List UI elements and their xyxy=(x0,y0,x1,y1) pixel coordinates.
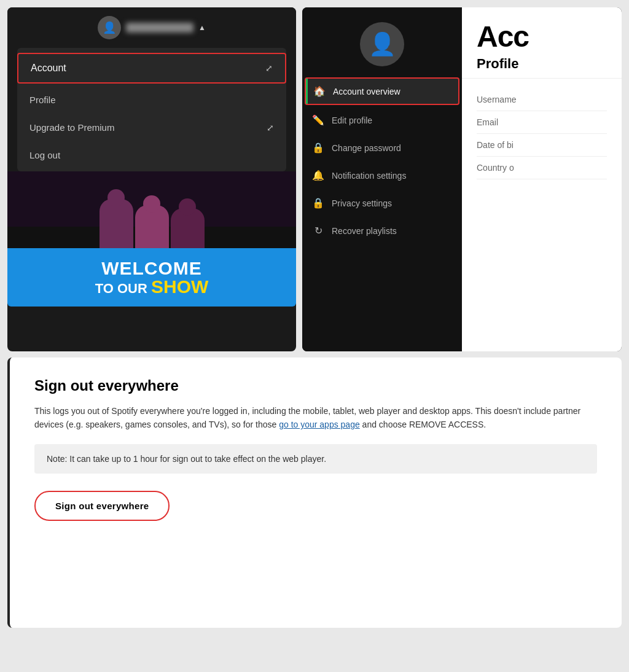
edit-icon: ✏️ xyxy=(312,114,324,126)
user-icon: 👤 xyxy=(103,21,116,34)
profile-label: Profile xyxy=(29,95,56,105)
external-link-icon-2: ⤢ xyxy=(267,123,274,133)
logout-label: Log out xyxy=(29,150,60,160)
menu-item-upgrade[interactable]: Upgrade to Premium ⤢ xyxy=(17,114,286,141)
menu-item-logout[interactable]: Log out xyxy=(17,141,286,169)
page-subtitle: Profile xyxy=(477,56,607,72)
nav-account-overview-label: Account overview xyxy=(333,87,400,96)
page-title: Acc xyxy=(477,20,607,53)
nav-notification-settings[interactable]: 🔔 Notification settings xyxy=(302,162,462,189)
bell-icon: 🔔 xyxy=(312,170,324,181)
nav-recover-playlists[interactable]: ↻ Recover playlists xyxy=(302,217,462,244)
right-header: Acc Profile xyxy=(462,7,622,79)
home-icon: 🏠 xyxy=(313,85,326,97)
dropdown-menu: Account ⤢ Profile Upgrade to Premium ⤢ L… xyxy=(17,48,286,171)
nav-recover-playlists-label: Recover playlists xyxy=(332,226,397,236)
welcome-line1: WELCOME xyxy=(101,259,202,278)
user-bar: 👤 ▲ xyxy=(7,7,296,48)
right-panel: 👤 🏠 Account overview ✏️ Edit profile 🔒 C… xyxy=(302,7,622,351)
right-content: Acc Profile Username Email Date of bi Co… xyxy=(462,7,622,351)
caret-up-icon: ▲ xyxy=(198,23,206,32)
sign-out-description: This logs you out of Spotify everywhere … xyxy=(34,404,597,432)
bottom-panel: Sign out everywhere This logs you out of… xyxy=(7,357,622,628)
nav-notification-settings-label: Notification settings xyxy=(332,171,406,181)
left-panel: 👤 ▲ Account ⤢ Profile Upgrade to Premium… xyxy=(7,7,296,351)
apps-page-link[interactable]: go to your apps page xyxy=(279,420,360,429)
menu-item-account[interactable]: Account ⤢ xyxy=(17,53,286,84)
email-field: Email xyxy=(477,111,607,134)
nav-account-overview[interactable]: 🏠 Account overview xyxy=(305,77,459,105)
external-link-icon: ⤢ xyxy=(265,63,273,73)
to-our-text: TO OUR xyxy=(95,281,147,296)
dob-field: Date of bi xyxy=(477,134,607,157)
figure-2 xyxy=(135,205,169,251)
username-field: Username xyxy=(477,88,607,111)
profile-fields: Username Email Date of bi Country o xyxy=(462,79,622,189)
nav-edit-profile-label: Edit profile xyxy=(332,115,372,125)
user-name-blurred xyxy=(126,23,193,33)
account-label: Account xyxy=(31,63,66,74)
welcome-line2: TO OUR SHOW xyxy=(95,278,209,296)
nav-privacy-settings[interactable]: 🔒 Privacy settings xyxy=(302,189,462,217)
user-avatar: 👤 xyxy=(98,16,121,39)
note-box: Note: It can take up to 1 hour for sign … xyxy=(34,444,597,474)
banner-figures xyxy=(7,196,296,251)
menu-item-profile[interactable]: Profile xyxy=(17,86,286,114)
country-field: Country o xyxy=(477,157,607,179)
banner-image: WELCOME TO OUR SHOW 100. Rockie Rod... xyxy=(7,171,296,307)
sign-out-everywhere-button[interactable]: Sign out everywhere xyxy=(34,491,170,521)
upgrade-label: Upgrade to Premium xyxy=(29,122,114,133)
show-text: SHOW xyxy=(151,276,208,297)
active-indicator xyxy=(306,79,308,104)
avatar-icon: 👤 xyxy=(369,31,396,57)
privacy-lock-icon: 🔒 xyxy=(312,197,324,209)
nav-edit-profile[interactable]: ✏️ Edit profile xyxy=(302,106,462,134)
nav-change-password-label: Change password xyxy=(332,143,401,153)
note-text: Note: It can take up to 1 hour for sign … xyxy=(47,454,326,464)
sign-out-title: Sign out everywhere xyxy=(34,377,597,394)
nav-change-password[interactable]: 🔒 Change password xyxy=(302,134,462,162)
welcome-banner: WELCOME TO OUR SHOW xyxy=(7,248,296,307)
big-avatar: 👤 xyxy=(360,22,404,66)
lock-icon: 🔒 xyxy=(312,142,324,154)
figure-3 xyxy=(171,208,205,251)
recover-icon: ↻ xyxy=(312,225,324,236)
sidebar-nav: 👤 🏠 Account overview ✏️ Edit profile 🔒 C… xyxy=(302,7,462,351)
description-text-2: and choose REMOVE ACCESS. xyxy=(360,420,486,429)
avatar-section: 👤 xyxy=(302,7,462,76)
figure-1 xyxy=(100,199,133,251)
nav-privacy-settings-label: Privacy settings xyxy=(332,198,392,208)
